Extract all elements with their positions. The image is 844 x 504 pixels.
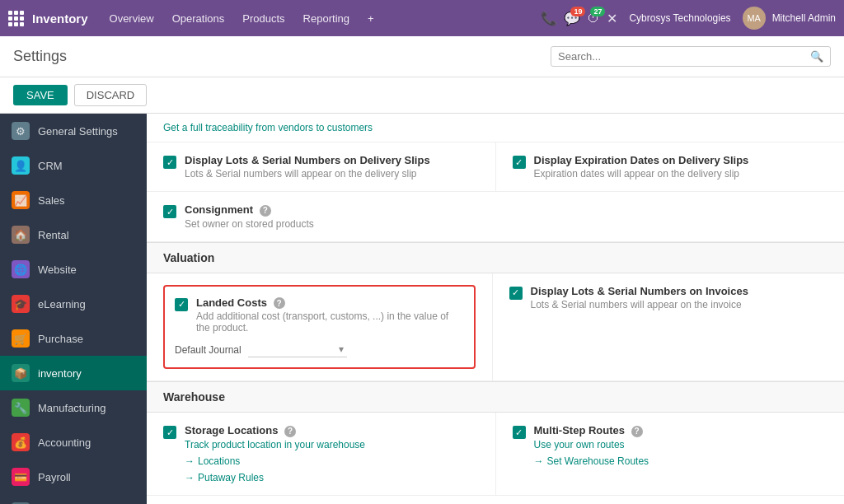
multi-step-routes-label: Multi-Step Routes ?	[534, 424, 649, 437]
payroll-icon: 💳	[12, 468, 30, 486]
landed-costs-desc: Add additional cost (transport, customs,…	[196, 310, 464, 334]
multi-step-routes-checkbox[interactable]	[513, 426, 526, 439]
warehouse-row: Storage Locations ? Track product locati…	[147, 413, 844, 496]
sidebar-item-general-settings[interactable]: ⚙ General Settings	[0, 114, 147, 148]
nav-overview[interactable]: Overview	[101, 9, 162, 28]
multi-step-routes-col: Multi-Step Routes ? Use your own routes …	[496, 413, 845, 495]
accounting-icon: 💰	[12, 433, 30, 451]
sidebar-label-elearning: eLearning	[38, 298, 86, 310]
search-input[interactable]	[558, 50, 810, 63]
page-title: Settings	[13, 48, 541, 65]
sidebar: ⚙ General Settings 👤 CRM 📈 Sales 🏠 Renta…	[0, 114, 147, 504]
landed-costs-help-icon[interactable]: ?	[274, 297, 285, 309]
sidebar-label-payroll: Payroll	[38, 471, 71, 483]
multi-step-routes-setting: Multi-Step Routes ? Use your own routes …	[513, 424, 828, 467]
multi-step-routes-content: Multi-Step Routes ? Use your own routes …	[534, 424, 649, 467]
sidebar-item-purchase[interactable]: 🛒 Purchase	[0, 321, 147, 356]
expiration-dates-desc: Expiration dates will appear on the deli…	[534, 168, 749, 180]
top-actions: 📞 💬 19 ⏱ 27 ✕ Cybrosys Technologies MA M…	[541, 7, 836, 30]
main-layout: ⚙ General Settings 👤 CRM 📈 Sales 🏠 Renta…	[0, 114, 844, 504]
search-box[interactable]: 🔍	[551, 46, 831, 67]
purchase-icon: 🛒	[12, 329, 30, 348]
website-icon: 🌐	[12, 260, 30, 278]
delivery-lots-label: Display Lots & Serial Numbers on Deliver…	[185, 154, 430, 166]
invoice-lots-label: Display Lots & Serial Numbers on Invoice…	[531, 285, 748, 297]
invoice-lots-checkbox[interactable]	[509, 287, 523, 300]
sidebar-item-elearning[interactable]: 🎓 eLearning	[0, 287, 147, 321]
storage-locations-content: Storage Locations ? Track product locati…	[185, 424, 365, 483]
sidebar-item-project[interactable]: 📋 Project	[0, 494, 147, 504]
warehouse-section-header: Warehouse	[147, 381, 844, 413]
consignment-desc: Set owner on stored products	[185, 218, 314, 230]
invoice-lots-col: Display Lots & Serial Numbers on Invoice…	[493, 273, 845, 381]
consignment-checkbox[interactable]	[163, 205, 176, 218]
landed-costs-label: Landed Costs ?	[196, 296, 464, 310]
expiration-dates-col: Display Expiration Dates on Delivery Sli…	[496, 142, 845, 191]
delivery-settings-row: Display Lots & Serial Numbers on Deliver…	[147, 142, 844, 192]
multi-step-routes-help-icon[interactable]: ?	[631, 426, 643, 437]
nav-add[interactable]: +	[359, 9, 382, 28]
sidebar-item-crm[interactable]: 👤 CRM	[0, 148, 147, 183]
journal-select[interactable]	[248, 342, 347, 357]
sidebar-item-rental[interactable]: 🏠 Rental	[0, 217, 147, 252]
storage-locations-help-icon[interactable]: ?	[284, 426, 296, 437]
nav-operations[interactable]: Operations	[164, 9, 233, 28]
app-name: Inventory	[32, 12, 88, 26]
grid-icon	[8, 11, 24, 26]
delivery-lots-checkbox[interactable]	[163, 156, 176, 169]
timer-icon[interactable]: ⏱ 27	[587, 11, 600, 26]
set-warehouse-routes-link[interactable]: Set Warehouse Routes	[534, 455, 649, 467]
discard-button[interactable]: DISCARD	[74, 84, 148, 106]
expiration-dates-label: Display Expiration Dates on Delivery Sli…	[534, 154, 749, 166]
rental-icon: 🏠	[12, 226, 30, 244]
storage-locations-desc: Track product location in your warehouse	[185, 439, 365, 450]
locations-link[interactable]: Locations	[185, 455, 365, 467]
storage-locations-checkbox[interactable]	[163, 426, 176, 439]
phone-icon[interactable]: 📞	[541, 11, 557, 26]
expiration-dates-checkbox[interactable]	[513, 156, 526, 169]
search-icon[interactable]: 🔍	[810, 50, 823, 63]
invoice-lots-desc: Lots & Serial numbers will appear on the…	[531, 299, 748, 310]
invoice-lots-setting: Display Lots & Serial Numbers on Invoice…	[509, 285, 828, 310]
sidebar-item-accounting[interactable]: 💰 Accounting	[0, 425, 147, 460]
content-area: Get a full traceability from vendors to …	[147, 114, 844, 504]
landed-costs-setting: Landed Costs ? Add additional cost (tran…	[175, 296, 464, 334]
top-navigation: Inventory Overview Operations Products R…	[0, 0, 844, 36]
landed-costs-col: Landed Costs ? Add additional cost (tran…	[147, 273, 493, 381]
content-scroll: Get a full traceability from vendors to …	[147, 114, 844, 496]
expiration-dates-setting: Display Expiration Dates on Delivery Sli…	[513, 154, 828, 180]
close-icon[interactable]: ✕	[607, 11, 617, 26]
sidebar-item-manufacturing[interactable]: 🔧 Manufacturing	[0, 390, 147, 425]
consignment-help-icon[interactable]: ?	[260, 205, 271, 217]
chat-badge: 19	[570, 7, 585, 16]
delivery-lots-desc: Lots & Serial numbers will appear on the…	[185, 168, 430, 180]
admin-name: Mitchell Admin	[772, 12, 836, 24]
nav-reporting[interactable]: Reporting	[295, 9, 358, 28]
consignment-content: Consignment ? Set owner on stored produc…	[185, 203, 314, 230]
sidebar-label-purchase: Purchase	[38, 333, 83, 345]
app-logo[interactable]: Inventory	[8, 11, 88, 26]
invoice-lots-content: Display Lots & Serial Numbers on Invoice…	[531, 285, 748, 310]
sidebar-label-general: General Settings	[38, 125, 118, 138]
sidebar-label-website: Website	[38, 264, 77, 276]
gear-icon: ⚙	[12, 122, 30, 140]
sidebar-item-website[interactable]: 🌐 Website	[0, 252, 147, 287]
inventory-icon: 📦	[12, 364, 30, 382]
company-name: Cybrosys Technologies	[629, 12, 730, 24]
timer-badge: 27	[590, 7, 605, 16]
expiration-dates-content: Display Expiration Dates on Delivery Sli…	[534, 154, 749, 180]
avatar[interactable]: MA	[743, 7, 766, 30]
consignment-row: Consignment ? Set owner on stored produc…	[147, 192, 844, 242]
delivery-lots-col: Display Lots & Serial Numbers on Deliver…	[147, 142, 496, 191]
consignment-label: Consignment ?	[185, 203, 314, 217]
sidebar-item-payroll[interactable]: 💳 Payroll	[0, 460, 147, 494]
landed-costs-highlight: Landed Costs ? Add additional cost (tran…	[163, 285, 476, 370]
chat-icon[interactable]: 💬 19	[564, 11, 580, 26]
sidebar-item-sales[interactable]: 📈 Sales	[0, 183, 147, 217]
sidebar-item-inventory[interactable]: 📦 inventory	[0, 356, 147, 390]
crm-icon: 👤	[12, 156, 30, 175]
landed-costs-checkbox[interactable]	[175, 298, 188, 311]
save-button[interactable]: SAVE	[13, 85, 68, 105]
nav-products[interactable]: Products	[234, 9, 293, 28]
putaway-rules-link[interactable]: Putaway Rules	[185, 472, 365, 483]
